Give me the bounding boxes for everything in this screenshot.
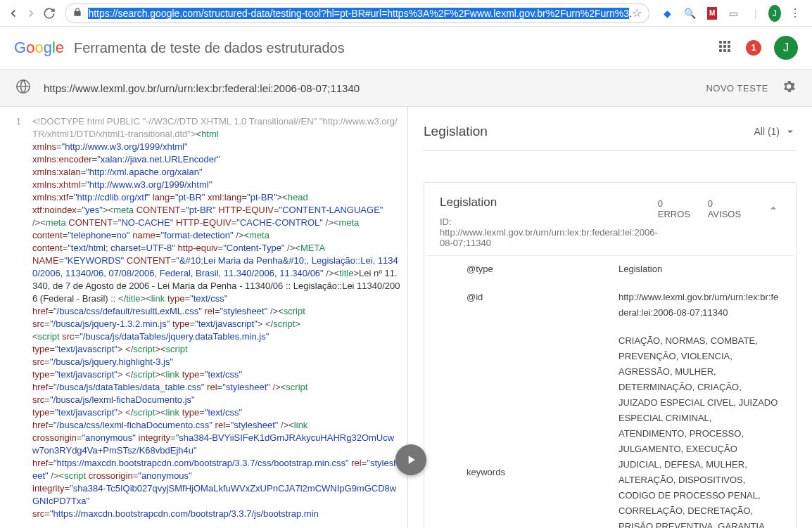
warnings-count: 0 AVISOS (708, 198, 745, 219)
forward-button[interactable] (23, 4, 38, 23)
results-panel: Legislation All (1) Legislation ID: http… (408, 107, 812, 528)
gear-icon[interactable] (781, 79, 797, 97)
new-test-button[interactable]: NOVO TESTE (706, 83, 768, 94)
results-filter[interactable]: All (1) (754, 125, 797, 138)
profile-avatar-small[interactable]: J (768, 5, 781, 22)
tested-url-bar: https://www.lexml.gov.br/urn/urn:lex:br:… (0, 69, 812, 107)
globe-icon (15, 79, 31, 97)
result-card[interactable]: Legislation ID: http://www.lexml.gov.br/… (424, 182, 797, 528)
extension-icon-4[interactable]: ▭ (728, 6, 739, 20)
tested-url: https://www.lexml.gov.br/urn/urn:lex:br:… (44, 82, 706, 94)
table-row[interactable]: @idhttp://www.lexml.gov.br/urn/urn:lex:b… (426, 284, 794, 326)
app-title: Ferramenta de teste de dados estruturado… (74, 40, 345, 56)
extension-separator: | (750, 6, 761, 20)
google-logo: Google (14, 39, 64, 57)
property-value: http://www.lexml.gov.br/urn/urn:lex:br:f… (603, 284, 794, 326)
line-gutter: 1 (0, 107, 28, 528)
errors-count: 0 ERROS (658, 198, 695, 219)
table-row[interactable]: @typeLegislation (426, 255, 794, 283)
card-type-title: Legislation (440, 195, 658, 210)
menu-icon[interactable]: ⋮ (784, 6, 806, 20)
results-header: Legislation All (1) (424, 124, 797, 151)
apps-icon[interactable] (719, 41, 733, 55)
extension-icon-2[interactable]: 🔍 (684, 6, 696, 20)
browser-toolbar: https://search.google.com/structured-dat… (0, 0, 812, 27)
app-header: Google Ferramenta de teste de dados estr… (0, 27, 812, 69)
property-key: @type (426, 255, 602, 283)
profile-avatar[interactable]: J (774, 36, 798, 60)
chevron-down-icon (784, 125, 797, 138)
property-value: CRIAÇÃO, NORMAS, COMBATE, PREVENÇÃO, VIO… (603, 328, 794, 528)
source-panel[interactable]: 1 <!DOCTYPE html PUBLIC "-//W3C//DTD XHT… (0, 107, 408, 528)
star-icon[interactable]: ☆ (632, 6, 642, 20)
extension-icon-1[interactable]: ◆ (662, 6, 673, 20)
reload-button[interactable] (42, 4, 56, 23)
extension-icon-3[interactable]: M (707, 7, 717, 20)
main-split: 1 <!DOCTYPE html PUBLIC "-//W3C//DTD XHT… (0, 107, 812, 528)
url-text: https://search.google.com/structured-dat… (88, 8, 631, 19)
address-bar[interactable]: https://search.google.com/structured-dat… (65, 4, 649, 23)
property-value: Legislation (603, 255, 794, 283)
card-id: ID: http://www.lexml.gov.br/urn/urn:lex:… (440, 217, 658, 248)
run-button[interactable] (395, 444, 426, 475)
table-row[interactable]: keywordsCRIAÇÃO, NORMAS, COMBATE, PREVEN… (426, 328, 794, 528)
source-code[interactable]: <!DOCTYPE html PUBLIC "-//W3C//DTD XHTML… (28, 107, 407, 528)
notifications-badge[interactable]: 1 (746, 40, 761, 56)
property-key: keywords (426, 328, 602, 528)
lock-icon (72, 7, 82, 20)
chevron-up-icon[interactable] (766, 201, 780, 217)
properties-table: @typeLegislation@idhttp://www.lexml.gov.… (424, 254, 796, 528)
back-button[interactable] (6, 4, 20, 23)
results-title: Legislation (424, 124, 488, 139)
property-key: @id (426, 284, 602, 326)
